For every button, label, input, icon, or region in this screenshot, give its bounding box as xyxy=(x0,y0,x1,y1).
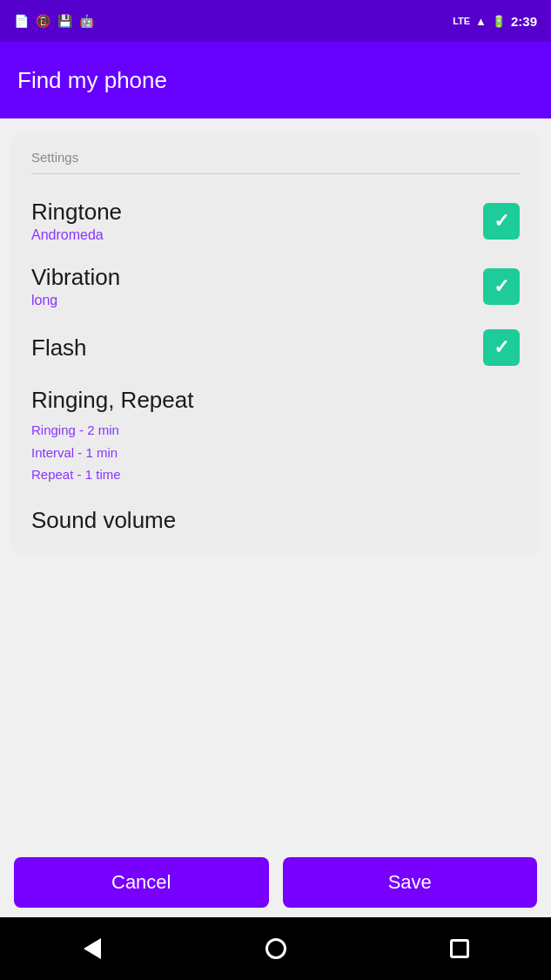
status-bar: 📄 📵 💾 🤖 LTE ▲ 🔋 2:39 xyxy=(0,0,551,42)
back-icon xyxy=(84,938,101,959)
notification-icon-doc: 📄 xyxy=(14,14,29,28)
ringing-detail-1: Ringing - 2 min xyxy=(31,419,520,442)
cancel-button[interactable]: Cancel xyxy=(14,857,269,908)
app-title: Find my phone xyxy=(17,67,167,94)
nav-bar xyxy=(0,917,551,980)
vibration-text: Vibration long xyxy=(31,264,120,308)
app-bar: Find my phone xyxy=(0,42,551,118)
flash-check-icon: ✓ xyxy=(494,338,509,357)
settings-card: Settings Ringtone Andromeda ✓ Vibration … xyxy=(10,132,541,555)
ringing-detail-3: Repeat - 1 time xyxy=(31,463,520,486)
flash-text: Flash xyxy=(31,335,87,362)
vibration-check-icon: ✓ xyxy=(494,277,509,296)
home-button[interactable] xyxy=(254,927,298,970)
flash-title: Flash xyxy=(31,335,87,362)
ringtone-checkbox[interactable]: ✓ xyxy=(483,203,520,240)
ringing-detail-2: Interval - 1 min xyxy=(31,442,520,464)
notification-icon-sd: 💾 xyxy=(57,14,72,28)
ringtone-subtitle: Andromeda xyxy=(31,227,122,243)
flash-checkbox[interactable]: ✓ xyxy=(483,329,520,366)
ringtone-row[interactable]: Ringtone Andromeda ✓ xyxy=(31,190,520,255)
ringing-repeat-title: Ringing, Repeat xyxy=(31,387,520,414)
status-left-icons: 📄 📵 💾 🤖 xyxy=(14,14,447,28)
ringtone-check-icon: ✓ xyxy=(494,212,509,231)
battery-icon: 🔋 xyxy=(492,15,506,28)
ringtone-text: Ringtone Andromeda xyxy=(31,199,122,243)
recents-icon xyxy=(450,939,469,958)
notification-icon-phone: 📵 xyxy=(36,14,50,28)
vibration-row[interactable]: Vibration long ✓ xyxy=(31,255,520,321)
sound-volume-row[interactable]: Sound volume xyxy=(31,498,520,534)
lte-icon: LTE xyxy=(453,16,470,26)
signal-icon: ▲ xyxy=(475,15,487,28)
notification-icon-android: 🤖 xyxy=(79,14,94,28)
back-button[interactable] xyxy=(71,927,114,970)
status-time: 2:39 xyxy=(511,14,537,29)
buttons-bar: Cancel Save xyxy=(0,848,551,917)
settings-section-label: Settings xyxy=(31,150,520,174)
ringtone-title: Ringtone xyxy=(31,199,122,226)
main-content: Settings Ringtone Andromeda ✓ Vibration … xyxy=(0,118,551,848)
save-button[interactable]: Save xyxy=(283,857,538,908)
vibration-checkbox[interactable]: ✓ xyxy=(483,268,520,305)
home-icon xyxy=(265,938,286,959)
status-right-icons: LTE ▲ 🔋 2:39 xyxy=(453,14,537,29)
vibration-subtitle: long xyxy=(31,293,120,308)
vibration-title: Vibration xyxy=(31,264,120,291)
ringing-repeat-row[interactable]: Ringing, Repeat Ringing - 2 min Interval… xyxy=(31,378,520,498)
sound-volume-title: Sound volume xyxy=(31,507,520,534)
recents-button[interactable] xyxy=(438,927,481,970)
flash-row[interactable]: Flash ✓ xyxy=(31,321,520,378)
